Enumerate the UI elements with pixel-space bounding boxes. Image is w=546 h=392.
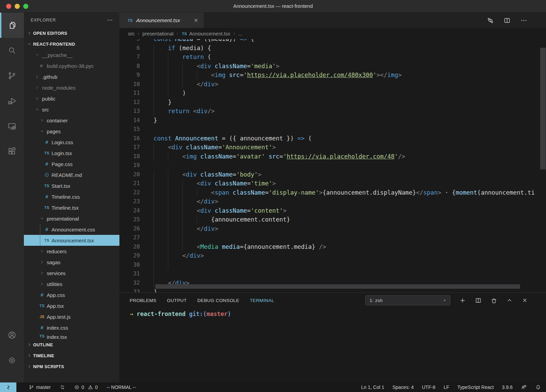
sidebar-item-page.css[interactable]: #Page.css: [24, 159, 119, 169]
activity-item-run-debug[interactable]: [0, 88, 24, 114]
code-line-9[interactable]: 9<img src='https://via.placeholder.com/4…: [119, 71, 546, 80]
kill-terminal-button[interactable]: [490, 297, 498, 304]
sidebar-item-readme.md[interactable]: README.md: [24, 169, 119, 180]
code-line-20[interactable]: 20<div className='body'>: [119, 170, 546, 179]
code-line-25[interactable]: 25{announcement.content}: [119, 215, 546, 224]
sidebar-item-announcement.tsx[interactable]: TSAnnouncement.tsx: [24, 235, 119, 246]
sidebar-item-.github[interactable]: .github: [24, 71, 119, 82]
code-line-14[interactable]: 14}: [119, 116, 546, 125]
sidebar-item-build.cpython-38.pyc[interactable]: build.cpython-38.pyc: [24, 60, 119, 71]
panel-tab-terminal[interactable]: TERMINAL: [250, 298, 274, 303]
sidebar-item-app.tsx[interactable]: TSApp.tsx: [24, 300, 119, 311]
code-line-21[interactable]: 21<div className='time'>: [119, 179, 546, 188]
activity-item-settings[interactable]: [0, 348, 24, 373]
vertical-scrollbar[interactable]: [540, 48, 546, 169]
activity-item-remote-explorer[interactable]: [0, 114, 24, 139]
sidebar-item-container[interactable]: container: [24, 115, 119, 126]
sidebar-section-npm-scripts[interactable]: NPM SCRIPTS: [24, 361, 119, 372]
sidebar-item-public[interactable]: public: [24, 93, 119, 104]
remote-indicator[interactable]: [0, 382, 16, 392]
code-line-15[interactable]: 15: [119, 125, 546, 134]
code-line-17[interactable]: 17<div className='Announcement'>: [119, 143, 546, 152]
terminal-shell-selector[interactable]: 1: zsh: [365, 295, 450, 305]
panel-tab-debug-console[interactable]: DEBUG CONSOLE: [197, 298, 239, 303]
breadcrumb-presentational[interactable]: presentational: [142, 31, 173, 36]
code-line-11[interactable]: 11): [119, 89, 546, 98]
code-line-23[interactable]: 23</div>: [119, 197, 546, 206]
panel-tab-problems[interactable]: PROBLEMS: [130, 298, 156, 303]
breadcrumb-announcement.tsx[interactable]: TSAnnouncement.tsx: [181, 31, 230, 36]
sidebar-item-index.css[interactable]: #index.css: [24, 322, 119, 333]
code-line-5[interactable]: 5const Media = ({media}) => {: [119, 39, 546, 44]
encoding-status[interactable]: UTF-8: [422, 385, 435, 390]
split-terminal-button[interactable]: [475, 297, 482, 304]
sidebar-item-announcement.css[interactable]: #Announcement.css: [24, 224, 119, 235]
sidebar-item-utilities[interactable]: utilities: [24, 278, 119, 289]
sidebar-item-login.css[interactable]: #Login.css: [24, 137, 119, 148]
code-editor[interactable]: 5const Media = ({media}) => {6if (media)…: [119, 39, 546, 292]
sidebar-item-app.test.js[interactable]: JSApp.test.js: [24, 311, 119, 322]
sidebar-item-src[interactable]: src: [24, 104, 119, 115]
sidebar-item-app.css[interactable]: #App.css: [24, 289, 119, 300]
explorer-more-actions-button[interactable]: [106, 17, 113, 24]
code-line-16[interactable]: 16const Announcement = ({ announcement }…: [119, 134, 546, 143]
sidebar-item-presentational[interactable]: presentational: [24, 213, 119, 224]
terminal-content[interactable]: → react-frontend git:(master): [119, 308, 546, 317]
maximize-panel-button[interactable]: [506, 297, 513, 304]
code-line-22[interactable]: 22<span className='display-name'>{announ…: [119, 188, 546, 197]
sidebar-item-services[interactable]: services: [24, 268, 119, 278]
code-line-18[interactable]: 18<img className='avatar' src='https://v…: [119, 152, 546, 161]
sidebar-item-node-modules[interactable]: node_modules: [24, 82, 119, 93]
indentation-status[interactable]: Spaces: 4: [392, 385, 414, 390]
panel-tab-output[interactable]: OUTPUT: [167, 298, 187, 303]
code-line-26[interactable]: 26</div>: [119, 224, 546, 233]
cursor-position[interactable]: Ln 1, Col 1: [361, 385, 384, 390]
code-line-6[interactable]: 6if (media) {: [119, 44, 546, 53]
activity-item-search[interactable]: [0, 38, 24, 63]
sidebar-item-pages[interactable]: pages: [24, 126, 119, 137]
sidebar-section-outline[interactable]: OUTLINE: [24, 339, 119, 350]
problems-status[interactable]: 0 0: [74, 385, 98, 390]
code-line-31[interactable]: 31: [119, 269, 546, 278]
typescript-version[interactable]: 3.9.6: [502, 385, 513, 390]
sidebar-item-timeline.css[interactable]: #Timeline.css: [24, 191, 119, 202]
breadcrumb-src[interactable]: src: [128, 31, 134, 36]
code-line-24[interactable]: 24<div className='content'>: [119, 206, 546, 215]
code-line-30[interactable]: 30: [119, 260, 546, 270]
zoom-window-button[interactable]: [23, 4, 28, 9]
vim-mode-indicator[interactable]: -- NORMAL --: [106, 385, 136, 390]
code-line-7[interactable]: 7return (: [119, 52, 546, 62]
code-line-29[interactable]: 29</div>: [119, 251, 546, 260]
code-line-10[interactable]: 10</div>: [119, 80, 546, 89]
tab-announcement-tsx[interactable]: TS Announcement.tsx: [119, 13, 204, 28]
sync-button[interactable]: [60, 385, 65, 390]
code-line-19[interactable]: 19: [119, 161, 546, 170]
code-line-27[interactable]: 27: [119, 233, 546, 242]
code-line-12[interactable]: 12}: [119, 98, 546, 107]
feedback-button[interactable]: [521, 384, 527, 390]
code-line-8[interactable]: 8<div className='media'>: [119, 62, 546, 71]
open-changes-button[interactable]: [487, 17, 494, 24]
sidebar-item--pycache-[interactable]: __pycache__: [24, 49, 119, 60]
split-editor-button[interactable]: [503, 17, 511, 24]
activity-item-accounts[interactable]: [0, 322, 24, 348]
close-window-button[interactable]: [6, 4, 11, 9]
activity-item-explorer[interactable]: [0, 13, 24, 38]
minimize-window-button[interactable]: [15, 4, 20, 9]
git-branch-status[interactable]: master: [29, 385, 51, 390]
workspace-root-section[interactable]: REACT-FRONTEND: [24, 39, 119, 49]
code-line-28[interactable]: 28<Media media={announcement.media} />: [119, 242, 546, 252]
tab-close-button[interactable]: [193, 17, 199, 23]
activity-item-source-control[interactable]: [0, 63, 24, 88]
sidebar-item-reducers[interactable]: reducers: [24, 246, 119, 257]
language-mode[interactable]: TypeScript React: [457, 385, 494, 390]
sidebar-item-login.tsx[interactable]: TSLogin.tsx: [24, 148, 119, 159]
activity-item-extensions[interactable]: [0, 139, 24, 164]
sidebar-item-index.tsx[interactable]: TSindex.tsx: [24, 333, 119, 339]
close-panel-button[interactable]: [521, 297, 528, 304]
sidebar-section-timeline[interactable]: TIMELINE: [24, 350, 119, 361]
sidebar-item-sagas[interactable]: sagas: [24, 257, 119, 268]
eol-status[interactable]: LF: [444, 385, 449, 390]
sidebar-item-start.tsx[interactable]: TSStart.tsx: [24, 180, 119, 191]
code-line-13[interactable]: 13return <div/>: [119, 107, 546, 116]
